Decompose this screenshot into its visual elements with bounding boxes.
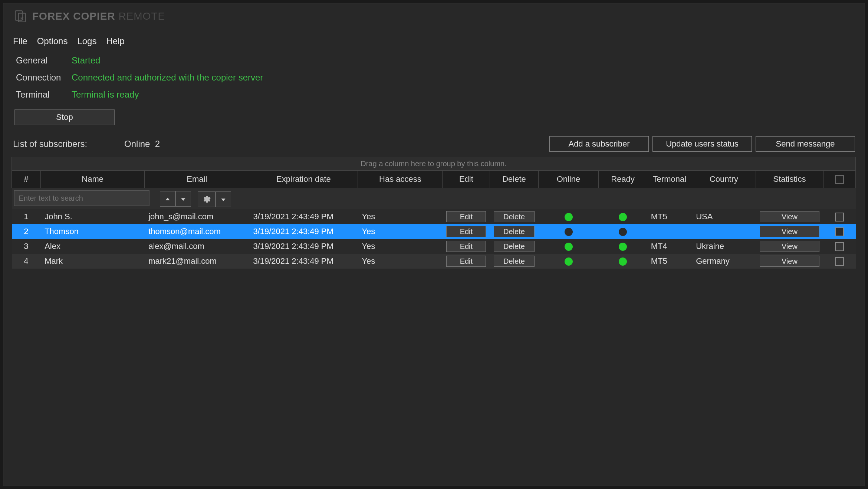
col-header-terminal[interactable]: Termonal: [647, 171, 692, 188]
ready-status-icon: [619, 228, 627, 236]
row-checkbox[interactable]: [835, 213, 844, 221]
sort-asc-button[interactable]: [160, 191, 175, 207]
cell-terminal: MT5: [647, 254, 692, 269]
subscribers-bar: List of subscribers: Online 2 Add a subs…: [3, 136, 865, 157]
subscribers-table: # Name Email Expiration date Has access …: [11, 170, 856, 269]
cell-name: Thomson: [41, 224, 145, 239]
ready-status-icon: [619, 257, 627, 266]
view-statistics-button[interactable]: View: [760, 211, 819, 222]
settings-button[interactable]: [198, 191, 216, 207]
col-header-name[interactable]: Name: [41, 171, 145, 188]
col-header-ready[interactable]: Ready: [599, 171, 647, 188]
online-status-icon: [565, 257, 573, 266]
col-header-online[interactable]: Online: [538, 171, 599, 188]
titlebar: R FOREX COPIER REMOTE: [3, 3, 865, 29]
online-status-icon: [565, 243, 573, 251]
cell-has-access: Yes: [358, 209, 443, 224]
col-header-edit[interactable]: Edit: [443, 171, 490, 188]
cell-index: 1: [12, 209, 41, 224]
cell-terminal: [647, 224, 692, 239]
select-all-checkbox[interactable]: [835, 175, 844, 184]
table-header-row: # Name Email Expiration date Has access …: [12, 171, 856, 188]
status-general-label: General: [16, 55, 72, 66]
status-terminal-label: Terminal: [16, 89, 72, 100]
col-header-has-access[interactable]: Has access: [358, 171, 443, 188]
online-status-icon: [565, 213, 573, 221]
status-terminal-value: Terminal is ready: [72, 89, 139, 100]
cell-expiration: 3/19/2021 2:43:49 PM: [249, 239, 358, 254]
col-header-country[interactable]: Country: [692, 171, 756, 188]
cell-index: 2: [12, 224, 41, 239]
delete-button[interactable]: Delete: [494, 256, 534, 267]
search-row: [12, 188, 856, 209]
view-statistics-button[interactable]: View: [760, 256, 819, 267]
cell-expiration: 3/19/2021 2:43:49 PM: [249, 254, 358, 269]
delete-button[interactable]: Delete: [494, 226, 534, 237]
col-header-statistics[interactable]: Statistics: [756, 171, 823, 188]
table-row[interactable]: 4Markmark21@mail.com3/19/2021 2:43:49 PM…: [12, 254, 856, 269]
cell-country: [692, 224, 756, 239]
col-header-delete[interactable]: Delete: [490, 171, 538, 188]
row-checkbox[interactable]: [835, 242, 844, 251]
table-row[interactable]: 1John S.john_s@mail.com3/19/2021 2:43:49…: [12, 209, 856, 224]
edit-button[interactable]: Edit: [446, 256, 486, 267]
app-logo-icon: R: [14, 10, 27, 23]
subscribers-label: List of subscribers:: [13, 139, 87, 149]
delete-button[interactable]: Delete: [494, 241, 534, 252]
status-panel: General Started Connection Connected and…: [3, 51, 865, 106]
cell-email: mark21@mail.com: [145, 254, 249, 269]
cell-email: alex@mail.com: [145, 239, 249, 254]
grouping-hint[interactable]: Drag a column here to group by this colu…: [11, 157, 856, 170]
sort-desc-button[interactable]: [175, 191, 191, 207]
status-connection-value: Connected and authorized with the copier…: [72, 72, 263, 83]
menu-logs[interactable]: Logs: [77, 36, 96, 46]
gear-icon: [202, 196, 211, 202]
online-count-label: Online 2: [124, 139, 160, 149]
settings-dropdown-button[interactable]: [216, 191, 231, 207]
cell-country: Ukraine: [692, 239, 756, 254]
cell-has-access: Yes: [358, 224, 443, 239]
edit-button[interactable]: Edit: [446, 226, 486, 237]
update-users-status-button[interactable]: Update users status: [652, 136, 752, 152]
cell-index: 4: [12, 254, 41, 269]
cell-terminal: MT4: [647, 239, 692, 254]
cell-name: Alex: [41, 239, 145, 254]
main-menu: File Options Logs Help: [3, 29, 865, 51]
row-checkbox[interactable]: [835, 257, 844, 266]
status-connection-label: Connection: [16, 72, 72, 83]
view-statistics-button[interactable]: View: [760, 226, 819, 237]
send-message-button[interactable]: Send messange: [756, 136, 855, 152]
view-statistics-button[interactable]: View: [760, 241, 819, 252]
cell-expiration: 3/19/2021 2:43:49 PM: [249, 209, 358, 224]
menu-help[interactable]: Help: [106, 36, 124, 46]
table-row[interactable]: 3Alexalex@mail.com3/19/2021 2:43:49 PMYe…: [12, 239, 856, 254]
cell-email: thomson@mail.com: [145, 224, 249, 239]
col-header-email[interactable]: Email: [145, 171, 249, 188]
status-general-value: Started: [72, 55, 100, 66]
add-subscriber-button[interactable]: Add a subscriber: [549, 136, 649, 152]
search-input[interactable]: [14, 190, 149, 206]
cell-has-access: Yes: [358, 254, 443, 269]
cell-country: USA: [692, 209, 756, 224]
stop-button[interactable]: Stop: [14, 109, 115, 125]
app-title: FOREX COPIER REMOTE: [32, 10, 165, 22]
col-header-expiration[interactable]: Expiration date: [249, 171, 358, 188]
edit-button[interactable]: Edit: [446, 241, 486, 252]
online-status-icon: [565, 228, 573, 236]
cell-index: 3: [12, 239, 41, 254]
ready-status-icon: [619, 243, 627, 251]
col-header-select-all[interactable]: [823, 171, 856, 188]
ready-status-icon: [619, 213, 627, 221]
cell-expiration: 3/19/2021 2:43:49 PM: [249, 224, 358, 239]
cell-name: John S.: [41, 209, 145, 224]
edit-button[interactable]: Edit: [446, 211, 486, 222]
menu-options[interactable]: Options: [37, 36, 68, 46]
menu-file[interactable]: File: [13, 36, 27, 46]
table-row[interactable]: 2Thomsonthomson@mail.com3/19/2021 2:43:4…: [12, 224, 856, 239]
row-checkbox[interactable]: [835, 227, 844, 236]
delete-button[interactable]: Delete: [494, 211, 534, 222]
col-header-index[interactable]: #: [12, 171, 41, 188]
cell-country: Germany: [692, 254, 756, 269]
cell-has-access: Yes: [358, 239, 443, 254]
cell-name: Mark: [41, 254, 145, 269]
